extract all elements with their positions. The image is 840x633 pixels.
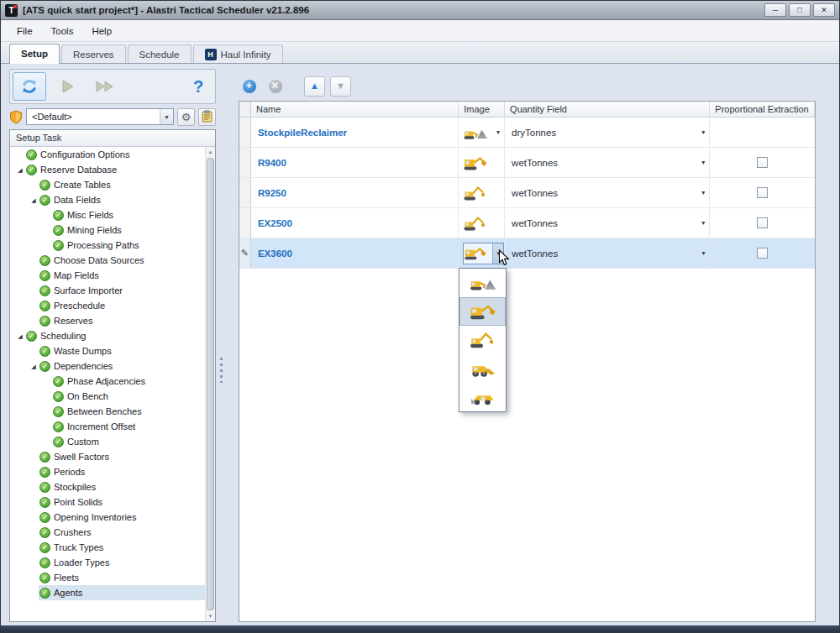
name-cell[interactable]: EX3600 [251,238,459,268]
scrollbar-thumb[interactable] [207,158,214,610]
quantity-field-cell[interactable]: wetTonnes▾ [505,238,710,268]
tree-item-map-fields[interactable]: ✓Map Fields [10,268,205,283]
grid-row-ex3600[interactable]: ✎EX3600▾wetTonnes▾ [239,238,815,269]
tree-item-point-solids[interactable]: ✓Point Solids [10,494,205,510]
quantity-field-cell[interactable]: dryTonnes▾ [505,118,710,147]
image-cell[interactable]: ▾ [459,118,505,147]
tree-item-between-benches[interactable]: ✓Between Benches [10,404,205,419]
profile-settings-button[interactable]: ⚙ [177,108,195,126]
help-button[interactable]: ? [184,72,213,101]
notes-button[interactable] [198,108,216,126]
tree-item-custom[interactable]: ✓Custom [10,434,205,449]
quantity-field-cell[interactable]: wetTonnes▾ [505,208,710,238]
tree-item-reserves[interactable]: ✓Reserves [10,313,205,328]
tree-item-preschedule[interactable]: ✓Preschedule [10,298,205,313]
image-cell[interactable] [459,178,505,207]
row-indicator[interactable] [239,118,251,147]
row-indicator[interactable] [239,148,251,177]
proportional-extraction-cell[interactable] [710,238,815,268]
collapse-arrow-icon[interactable]: ◢ [15,333,25,339]
column-header-name[interactable]: Name [251,102,459,117]
dropdown-arrow-icon[interactable]: ▾ [701,159,705,166]
quantity-field-cell[interactable]: wetTonnes▾ [505,148,710,177]
tree-item-stockpiles[interactable]: ✓Stockpiles [10,479,205,494]
dropdown-arrow-icon[interactable]: ▾ [496,128,500,136]
tree-item-crushers[interactable]: ✓Crushers [10,525,205,540]
refresh-button[interactable] [13,72,46,101]
grid-row-stockpilereclaimer[interactable]: StockpileReclaimer▾dryTonnes▾ [239,118,815,148]
tree-item-configuration-options[interactable]: ✓Configuration Options [10,147,205,162]
proportional-extraction-cell[interactable] [710,148,815,177]
tree-item-opening-inventories[interactable]: ✓Opening Inventories [10,510,205,525]
tree-item-fleets[interactable]: ✓Fleets [10,570,205,585]
proportional-extraction-cell[interactable] [710,208,815,238]
tree-item-waste-dumps[interactable]: ✓Waste Dumps [10,343,205,358]
proportional-extraction-cell[interactable] [710,118,815,147]
quantity-field-cell[interactable]: wetTonnes▾ [505,178,710,207]
proportional-extraction-checkbox[interactable] [757,157,768,168]
proportional-extraction-cell[interactable] [710,178,815,207]
collapse-arrow-icon[interactable]: ◢ [29,364,39,369]
column-header-quantity-field[interactable]: Quantity Field [505,102,710,117]
dropdown-arrow-icon[interactable]: ▾ [701,189,705,196]
run-button[interactable] [50,72,84,101]
name-cell[interactable]: StockpileReclaimer [251,118,459,147]
row-indicator[interactable] [239,208,251,238]
fast-forward-button[interactable] [88,72,122,101]
tree-item-on-bench[interactable]: ✓On Bench [10,389,205,404]
tab-reserves[interactable]: Reserves [61,44,126,63]
image-option-shovel-icon[interactable] [459,297,506,326]
title-bar[interactable]: T [ATS quick start project*] - Alastri T… [1,1,839,20]
menu-tools[interactable]: Tools [42,23,83,39]
proportional-extraction-checkbox[interactable] [757,217,768,228]
name-cell[interactable]: R9400 [251,148,459,177]
image-option-excavator-icon[interactable] [459,326,506,354]
tree-item-data-fields[interactable]: ◢✓Data Fields [10,192,205,207]
row-indicator[interactable]: ✎ [239,238,251,268]
tab-setup[interactable]: Setup [9,44,60,64]
panel-splitter[interactable] [218,68,225,622]
tree-item-dependencies[interactable]: ◢✓Dependencies [10,358,205,374]
row-indicator[interactable] [239,178,251,207]
tree-item-swell-factors[interactable]: ✓Swell Factors [10,449,205,464]
dropdown-arrow-icon[interactable]: ▾ [701,128,705,136]
tree-item-agents[interactable]: ✓Agents [10,585,205,600]
chevron-down-icon[interactable]: ▾ [160,109,173,124]
move-down-button[interactable]: ▼ [330,76,351,97]
delete-agent-button[interactable]: ✕ [265,76,286,97]
maximize-button[interactable]: □ [789,3,811,17]
close-button[interactable]: ✕ [813,3,835,17]
menu-file[interactable]: File [8,23,42,39]
profile-dropdown[interactable]: <Default> ▾ [26,108,174,125]
grid-row-r9250[interactable]: R9250wetTonnes▾ [239,178,815,208]
proportional-extraction-checkbox[interactable] [757,187,768,198]
image-option-grader-icon[interactable] [459,383,506,411]
collapse-arrow-icon[interactable]: ◢ [15,167,25,173]
minimize-button[interactable]: ─ [764,3,786,17]
grid-row-ex2500[interactable]: EX2500wetTonnes▾ [239,208,815,238]
tree-item-phase-adjacencies[interactable]: ✓Phase Adjacencies [10,374,205,389]
tree-item-create-tables[interactable]: ✓Create Tables [10,177,205,192]
grid-row-r9400[interactable]: R9400wetTonnes▾ [239,148,815,178]
image-cell[interactable] [459,208,505,238]
tree-item-misc-fields[interactable]: ✓Misc Fields [10,207,205,222]
tree-item-surface-importer[interactable]: ✓Surface Importer [10,283,205,298]
image-cell[interactable] [459,148,505,177]
menu-help[interactable]: Help [82,23,121,39]
column-header-image[interactable]: Image [459,102,505,117]
tree-item-loader-types[interactable]: ✓Loader Types [10,555,205,570]
tree-item-truck-types[interactable]: ✓Truck Types [10,540,205,555]
add-agent-button[interactable]: + [239,76,260,97]
column-header-proportional-extraction[interactable]: Proportional Extraction [710,102,815,117]
image-option-reclaimer-icon[interactable] [459,269,506,297]
dropdown-arrow-icon[interactable]: ▾ [701,219,705,227]
name-cell[interactable]: EX2500 [251,208,459,238]
tree-item-increment-offset[interactable]: ✓Increment Offset [10,419,205,434]
scroll-up-icon[interactable]: ▲ [206,147,215,157]
tree-item-periods[interactable]: ✓Periods [10,464,205,479]
scroll-down-icon[interactable]: ▼ [206,611,215,621]
dropdown-arrow-icon[interactable]: ▾ [701,249,705,257]
name-cell[interactable]: R9250 [251,178,459,207]
image-option-loader-icon[interactable] [459,354,506,383]
tree-item-reserve-database[interactable]: ◢✓Reserve Database [10,162,205,177]
